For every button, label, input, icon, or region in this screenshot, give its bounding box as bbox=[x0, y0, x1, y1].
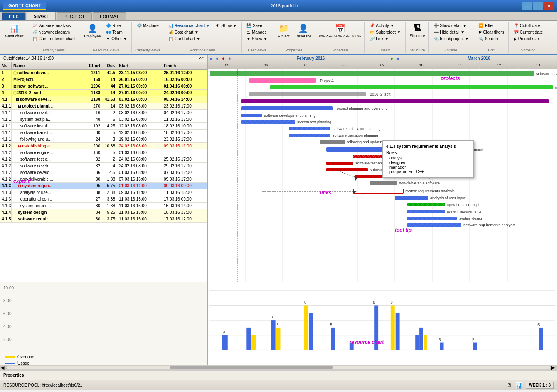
table-row[interactable]: 4.1.1 following and u... 24 3 19.02.16 0… bbox=[0, 136, 207, 143]
bar-sys-test-hatch bbox=[241, 120, 295, 124]
bar-8a bbox=[391, 305, 395, 350]
schedule-button[interactable]: 📅 0% 25% 50% 75% 100% bbox=[318, 22, 362, 39]
resource-pool-text: RESOURCE POOL: http://localhost/ris6/21 bbox=[3, 383, 82, 387]
table-row[interactable]: 4.1.3 analysis of use... 38 2.38 09.03.1… bbox=[0, 189, 207, 196]
table-row[interactable]: 4.1.1 software devel... 16 2 03.02.16 08… bbox=[0, 110, 207, 116]
cost-chart-button[interactable]: 💰Cost chart ▼ bbox=[166, 29, 212, 35]
table-row[interactable]: 4.1 ⊟software deve... 1138 41.63 03.02.1… bbox=[0, 96, 207, 103]
other-button[interactable]: ▼Other ▼ bbox=[104, 36, 130, 42]
current-date-button[interactable]: 📅Current date bbox=[511, 29, 546, 35]
link-button[interactable]: 🔗Link ▼ bbox=[367, 36, 403, 42]
resource-chart-annotation: resource chart bbox=[350, 340, 384, 345]
cell-name: software requir... bbox=[12, 216, 81, 222]
machine-button[interactable]: ⚙️Machine bbox=[134, 22, 161, 29]
table-row[interactable]: 4.1.5 software requir... 30 3.75 11.03.1… bbox=[0, 216, 207, 223]
project-start-button[interactable]: ▶Project start bbox=[511, 36, 546, 42]
edit-label: Edit bbox=[476, 47, 507, 52]
tooltip-role-analyst: analyst bbox=[386, 156, 470, 160]
clear-filters-button[interactable]: ✖Clear filters bbox=[476, 29, 507, 35]
table-row[interactable]: 4.1.2 software test e... 32 2 24.02.16 0… bbox=[0, 156, 207, 163]
table-row[interactable]: 4.1.3 system require... 30 1.88 11.03.16… bbox=[0, 203, 207, 209]
table-row[interactable]: 4.1.2 ⊟establishing a... 290 10.38 24.02… bbox=[0, 143, 207, 149]
table-row[interactable]: 4 ⊟2016_2_soft 1138 14 27.01.16 00:00 24… bbox=[0, 90, 207, 96]
horizontal-scrollbar[interactable]: ◀ ▶ bbox=[0, 365, 557, 370]
cell-effort: 169 bbox=[81, 76, 102, 83]
expand-icon[interactable]: ⊟ bbox=[16, 98, 19, 102]
save-button[interactable]: 💾Save bbox=[244, 22, 270, 29]
show-button[interactable]: 👁Show ▼ bbox=[213, 22, 239, 29]
table-row[interactable]: 4.1.1 software transit... 80 5 12.02.16 … bbox=[0, 130, 207, 136]
bar-14-label: 5 bbox=[537, 323, 540, 327]
close-button[interactable]: ✕ bbox=[544, 2, 554, 10]
table-row[interactable]: 4.1.4 system design 84 5.25 11.03.16 15:… bbox=[0, 209, 207, 216]
collapse-arrow[interactable]: << bbox=[199, 56, 204, 61]
table-row[interactable]: 4.1.3 operational con... 27 3.38 11.03.1… bbox=[0, 196, 207, 203]
expand-icon[interactable]: ⊟ bbox=[13, 84, 17, 88]
expand-icon[interactable]: ⊟ bbox=[13, 78, 17, 82]
tab-project[interactable]: PROJECT bbox=[57, 12, 92, 20]
hide-detail-button[interactable]: ➖Hide detail ▼ bbox=[431, 29, 471, 35]
bar-3a bbox=[271, 320, 276, 350]
table-row[interactable]: 1 ⊟software deve... 1211 42.5 23.11.15 0… bbox=[0, 70, 207, 76]
scroll-right[interactable]: ▶ bbox=[551, 365, 556, 370]
scroll-thumb[interactable] bbox=[170, 366, 333, 369]
table-row[interactable]: 4.1.3 ⊟system requir... 95 5.75 01.03.16… bbox=[0, 183, 207, 189]
employee-button[interactable]: 👤 Employee bbox=[82, 22, 103, 39]
tab-start[interactable]: START bbox=[27, 12, 56, 20]
table-row[interactable]: 4.1.1 ⊟project planni... 270 14 03.02.16… bbox=[0, 103, 207, 110]
in-subproject-button[interactable]: 📎In subproject ▼ bbox=[431, 36, 471, 42]
table-row[interactable]: 4.1.2 software develo... 32 4 24.02.16 0… bbox=[0, 163, 207, 169]
resource-y-labels: 10.00 8.00 6.00 4.00 2.00 bbox=[3, 286, 204, 342]
table-row[interactable]: 4.1.1 system test pla... 48 6 03.02.16 0… bbox=[0, 116, 207, 123]
expand-icon[interactable]: ⊟ bbox=[18, 144, 21, 148]
filter-button[interactable]: 🔽Filter bbox=[476, 22, 507, 29]
bar-row3-label: new_sof bbox=[555, 86, 557, 90]
table-row[interactable]: 2 ⊟Project1 169 14 26.01.16 00:00 16.02.… bbox=[0, 76, 207, 83]
tab-file[interactable]: FILE bbox=[2, 12, 26, 20]
cell-finish: 11.02.16 17:00 bbox=[162, 116, 207, 122]
resource-button[interactable]: 👤 Resource bbox=[294, 22, 313, 39]
other-icon: ▼ bbox=[106, 37, 110, 41]
cell-start: 03.02.16 00:00 bbox=[117, 96, 162, 103]
variance-analysis-button[interactable]: 📈Variance analysis bbox=[30, 22, 78, 29]
titlebar: GANTT CHART 2016 portfolio ─ □ ✕ bbox=[0, 0, 557, 12]
project-button[interactable]: 📁 Project bbox=[275, 22, 293, 39]
day-09: 09 bbox=[363, 62, 402, 69]
overload-line bbox=[5, 356, 15, 358]
table-row[interactable]: 3 ⊟new_software... 1206 44 27.01.16 00:0… bbox=[0, 83, 207, 90]
maximize-button[interactable]: □ bbox=[533, 2, 543, 10]
minimize-button[interactable]: ─ bbox=[522, 2, 532, 10]
role-button[interactable]: 🔷Role bbox=[104, 22, 130, 29]
tab-format[interactable]: FORMAT bbox=[93, 12, 126, 20]
manage-button[interactable]: 🗂Manage bbox=[244, 29, 270, 35]
gantt-network-button[interactable]: 📋Gantt-network chart bbox=[30, 36, 78, 42]
subproject-button[interactable]: 📂Subproject ▼ bbox=[367, 29, 403, 35]
show-views-button[interactable]: ▼Show ▼ bbox=[244, 36, 270, 42]
tooltip-title: 4.1.3 system requirements analysis bbox=[386, 144, 470, 149]
table-row[interactable]: 4.1.2 non-deliverable ... 30 1.88 07.03.… bbox=[0, 176, 207, 183]
expand-icon[interactable]: ⊟ bbox=[13, 91, 17, 95]
expand-icon[interactable]: ⊟ bbox=[13, 71, 17, 75]
show-detail-button[interactable]: ➕Show detail ▼ bbox=[431, 22, 471, 29]
cutoff-date-button[interactable]: 📍Cutoff date bbox=[511, 22, 546, 29]
expand-icon[interactable]: ⊟ bbox=[18, 104, 21, 108]
resource-chart-button[interactable]: 📊Resource chart ▼ bbox=[166, 22, 212, 29]
bar-3b-label: 5 bbox=[277, 323, 279, 327]
additional-view-group: 📊Resource chart ▼ 💰Cost chart ▼ 📋Gantt c… bbox=[164, 22, 242, 53]
activity-button[interactable]: 📌Activity ▼ bbox=[367, 22, 403, 29]
expand-icon[interactable]: ⊟ bbox=[18, 184, 21, 188]
gantt-chart-view-button[interactable]: 📋Gantt chart ▼ bbox=[166, 36, 212, 42]
search-button[interactable]: 🔍Search bbox=[476, 36, 507, 42]
col-header-start: Start bbox=[117, 62, 162, 69]
network-diagram-button[interactable]: 🔗Network diagram bbox=[30, 29, 78, 35]
cell-effort: 1138 bbox=[81, 96, 102, 103]
table-row[interactable]: 4.1.1 software install... 102 4.25 12.02… bbox=[0, 123, 207, 130]
structure-button[interactable]: 🏗 Structure bbox=[408, 22, 427, 39]
bar-row3 bbox=[270, 85, 553, 89]
scroll-track[interactable] bbox=[6, 366, 551, 369]
table-row[interactable]: 4.1.2 software develo... 36 4.5 01.03.16… bbox=[0, 169, 207, 176]
table-row[interactable]: 4.1.2 software engine... 160 5 01.03.16 … bbox=[0, 149, 207, 156]
cell-effort: 270 bbox=[81, 103, 102, 109]
gantt-chart-button[interactable]: 📊 Gantt chart bbox=[3, 22, 25, 39]
team-button[interactable]: 👥Team bbox=[104, 29, 130, 35]
